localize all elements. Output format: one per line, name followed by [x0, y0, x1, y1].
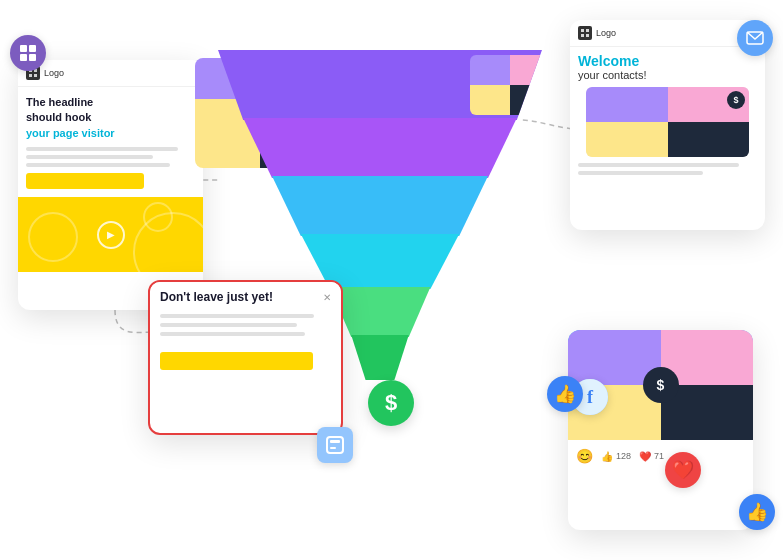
social-card: $ 😊 👍 128 ❤️ 71 [568, 330, 753, 530]
popup-card[interactable]: Don't leave just yet! ✕ [148, 280, 343, 435]
svg-rect-6 [29, 54, 36, 61]
cta-button[interactable] [26, 173, 144, 189]
social-footer: 😊 👍 128 ❤️ 71 [568, 440, 753, 472]
popup-header: Don't leave just yet! ✕ [150, 282, 341, 308]
visitor-text: your page visitor [26, 127, 115, 139]
email-header: Logo [570, 20, 765, 47]
welcome-title: Welcome [578, 53, 757, 69]
dollar-badge: $ [368, 380, 414, 426]
email-card: Logo Welcome your contacts! $ [570, 20, 765, 230]
svg-rect-8 [327, 437, 343, 453]
landing-page-card: Logo The headline should hook your page … [18, 60, 203, 310]
popup-cta-button[interactable] [160, 352, 313, 370]
landing-logo-text: Logo [44, 68, 64, 78]
popup-close-icon[interactable]: ✕ [323, 292, 331, 303]
popup-body [150, 308, 341, 346]
main-scene: Logo The headline should hook your page … [0, 0, 783, 560]
email-icon-badge[interactable] [737, 20, 773, 56]
funnel-level-3 [200, 176, 560, 236]
email-body: Welcome your contacts! $ [570, 47, 765, 183]
email-logo-text: Logo [596, 28, 616, 38]
svg-rect-3 [20, 45, 27, 52]
popup-icon-badge[interactable] [317, 427, 353, 463]
contacts-subtitle: your contacts! [578, 69, 757, 81]
email-image: $ [586, 87, 749, 157]
thumbsup2-icon-badge[interactable]: 👍 [739, 494, 775, 530]
landing-card-footer: ▶ [18, 197, 203, 272]
heart-icon-badge[interactable]: ❤️ [665, 452, 701, 488]
email-logo-icon [578, 26, 592, 40]
headline-text: The headline should hook your page visit… [26, 95, 195, 141]
svg-rect-4 [29, 45, 36, 52]
svg-rect-10 [330, 447, 336, 449]
svg-rect-9 [330, 440, 340, 443]
landing-card-header: Logo [18, 60, 203, 87]
popup-title: Don't leave just yet! [160, 290, 273, 304]
grid-icon-badge[interactable] [10, 35, 46, 71]
like-count: 👍 128 [601, 451, 631, 462]
play-button[interactable]: ▶ [97, 221, 125, 249]
funnel-level-1 [200, 50, 560, 120]
thumbsup-icon-badge[interactable]: 👍 [547, 376, 583, 412]
landing-card-body: The headline should hook your page visit… [18, 87, 203, 197]
text-lines [26, 147, 195, 167]
heart-count: ❤️ 71 [639, 451, 664, 462]
svg-rect-5 [20, 54, 27, 61]
funnel-level-2 [200, 118, 560, 178]
